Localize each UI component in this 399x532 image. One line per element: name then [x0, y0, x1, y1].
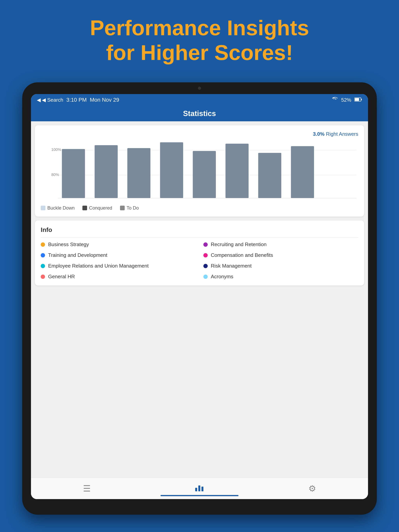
training-development-dot — [41, 253, 45, 257]
acronyms-dot — [203, 275, 208, 279]
battery-icon — [354, 97, 362, 103]
tab-list[interactable]: ☰ — [83, 484, 90, 493]
svg-rect-9 — [127, 148, 151, 198]
svg-rect-11 — [193, 151, 216, 198]
camera-notch — [198, 87, 201, 90]
chart-bar-icon — [195, 484, 204, 493]
conquered-dot — [82, 206, 87, 210]
employee-relations-dot — [41, 264, 45, 268]
category-employee-relations[interactable]: Employee Relations and Union Management — [41, 263, 196, 269]
chart-header: 3.0% Right Answers — [41, 131, 358, 137]
battery-percent: 52% — [341, 97, 351, 103]
page-wrapper: Performance Insights for Higher Scores! … — [0, 0, 399, 532]
headline-line2: for Higher Scores! — [106, 40, 293, 64]
chart-legend: Buckle Down Conquered To Do — [41, 205, 358, 211]
svg-rect-14 — [291, 146, 314, 198]
svg-rect-1 — [361, 99, 362, 100]
nav-bar: Statistics — [31, 106, 368, 121]
right-answers-percent: 3.0% — [313, 131, 324, 137]
back-button[interactable]: ◀ ◀ Search — [37, 97, 63, 103]
recruiting-retention-dot — [203, 242, 208, 247]
nav-title: Statistics — [183, 109, 216, 118]
wifi-icon — [332, 97, 338, 103]
main-content[interactable]: 3.0% Right Answers 100% 80% — [31, 121, 368, 478]
legend-to-do: To Do — [120, 205, 139, 211]
recruiting-retention-label: Recruiting and Retention — [211, 241, 266, 247]
employee-relations-label: Employee Relations and Union Management — [48, 263, 149, 269]
todo-dot — [120, 206, 125, 210]
headline-line1: Performance Insights — [90, 16, 309, 40]
gear-icon: ⚙ — [309, 484, 316, 493]
info-grid: Business Strategy Recruiting and Retenti… — [41, 241, 358, 280]
status-right: 52% — [332, 97, 362, 103]
list-icon: ☰ — [83, 484, 90, 493]
category-acronyms[interactable]: Acronyms — [203, 274, 358, 280]
category-business-strategy[interactable]: Business Strategy — [41, 241, 196, 247]
status-left: ◀ ◀ Search 3:10 PM Mon Nov 29 — [37, 97, 119, 103]
buckle-down-label: Buckle Down — [47, 205, 75, 211]
category-training-development[interactable]: Training and Development — [41, 252, 196, 258]
svg-rect-13 — [258, 153, 281, 198]
chart-card: 3.0% Right Answers 100% 80% — [35, 125, 364, 216]
training-development-label: Training and Development — [48, 252, 107, 258]
svg-rect-17 — [198, 485, 200, 491]
tablet-frame: ◀ ◀ Search 3:10 PM Mon Nov 29 52% — [22, 82, 377, 515]
status-bar: ◀ ◀ Search 3:10 PM Mon Nov 29 52% — [31, 94, 368, 106]
back-icon: ◀ — [37, 97, 41, 103]
bar-chart-svg: 100% 80% — [41, 139, 358, 201]
status-date: Mon Nov 29 — [90, 97, 119, 103]
svg-text:80%: 80% — [51, 172, 59, 177]
tablet-screen: ◀ ◀ Search 3:10 PM Mon Nov 29 52% — [31, 94, 368, 499]
business-strategy-dot — [41, 242, 45, 247]
svg-rect-10 — [160, 142, 183, 198]
tab-chart[interactable] — [195, 484, 204, 493]
tablet-top-bar — [22, 82, 377, 94]
tab-indicator — [161, 495, 238, 496]
legend-buckle-down: Buckle Down — [41, 205, 75, 211]
general-hr-label: General HR — [48, 274, 75, 280]
todo-label: To Do — [127, 205, 139, 211]
right-answers-label: 3.0% Right Answers — [313, 131, 358, 137]
category-compensation-benefits[interactable]: Compensation and Benefits — [203, 252, 358, 258]
info-card: Info Business Strategy Recruiting and Re… — [35, 221, 364, 285]
svg-rect-2 — [355, 98, 359, 101]
svg-rect-8 — [95, 145, 118, 198]
conquered-label: Conquered — [89, 205, 112, 211]
business-strategy-label: Business Strategy — [48, 241, 89, 247]
general-hr-dot — [41, 275, 45, 279]
headline: Performance Insights for Higher Scores! — [71, 16, 329, 65]
compensation-benefits-dot — [203, 253, 208, 257]
svg-rect-18 — [201, 487, 203, 491]
risk-management-dot — [203, 264, 208, 268]
search-label: ◀ Search — [42, 97, 63, 103]
compensation-benefits-label: Compensation and Benefits — [211, 252, 273, 258]
tab-settings[interactable]: ⚙ — [309, 484, 316, 493]
right-answers-text: Right Answers — [326, 131, 358, 137]
svg-text:100%: 100% — [51, 147, 61, 152]
tab-bar: ☰ ⚙ — [31, 478, 368, 499]
chart-area: 100% 80% — [41, 139, 358, 201]
svg-rect-7 — [62, 149, 85, 198]
category-recruiting-retention[interactable]: Recruiting and Retention — [203, 241, 358, 247]
svg-rect-16 — [195, 488, 197, 491]
svg-rect-12 — [225, 144, 249, 198]
category-risk-management[interactable]: Risk Management — [203, 263, 358, 269]
info-title: Info — [41, 226, 358, 238]
legend-conquered: Conquered — [82, 205, 112, 211]
status-time: 3:10 PM — [66, 97, 87, 103]
buckle-down-dot — [41, 206, 45, 210]
category-general-hr[interactable]: General HR — [41, 274, 196, 280]
risk-management-label: Risk Management — [211, 263, 252, 269]
acronyms-label: Acronyms — [211, 274, 233, 280]
